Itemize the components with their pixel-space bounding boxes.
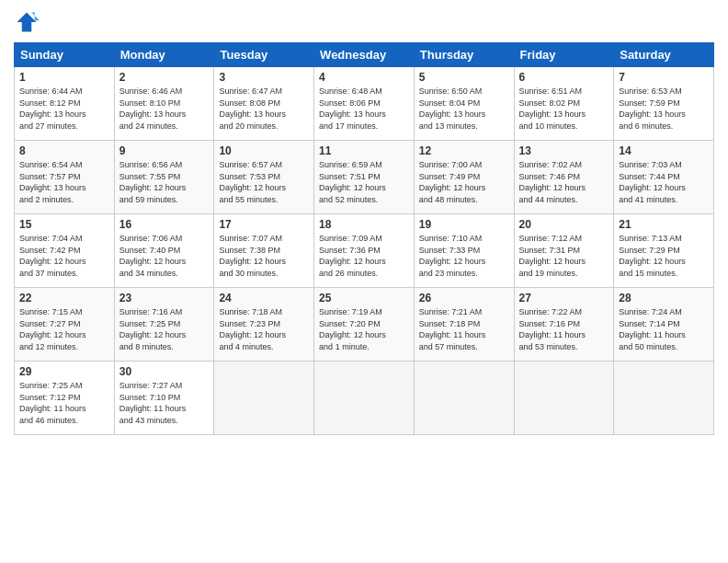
day-info: Sunrise: 7:22 AM Sunset: 7:16 PM Dayligh… bbox=[519, 306, 609, 352]
calendar-week-row: 15Sunrise: 7:04 AM Sunset: 7:42 PM Dayli… bbox=[15, 214, 714, 288]
calendar-cell: 11Sunrise: 6:59 AM Sunset: 7:51 PM Dayli… bbox=[314, 141, 415, 214]
calendar-cell bbox=[614, 362, 714, 435]
calendar-cell: 9Sunrise: 6:56 AM Sunset: 7:55 PM Daylig… bbox=[114, 141, 214, 214]
svg-marker-0 bbox=[17, 13, 37, 32]
day-info: Sunrise: 6:57 AM Sunset: 7:53 PM Dayligh… bbox=[219, 159, 309, 205]
calendar-cell: 26Sunrise: 7:21 AM Sunset: 7:18 PM Dayli… bbox=[414, 288, 514, 362]
calendar-cell: 30Sunrise: 7:27 AM Sunset: 7:10 PM Dayli… bbox=[114, 362, 214, 435]
calendar-cell: 10Sunrise: 6:57 AM Sunset: 7:53 PM Dayli… bbox=[214, 141, 314, 214]
calendar-cell: 15Sunrise: 7:04 AM Sunset: 7:42 PM Dayli… bbox=[15, 214, 115, 288]
weekday-header-row: Sunday Monday Tuesday Wednesday Thursday… bbox=[15, 43, 714, 67]
calendar-cell bbox=[214, 362, 314, 435]
day-number: 17 bbox=[219, 218, 309, 231]
day-number: 3 bbox=[219, 71, 309, 84]
day-info: Sunrise: 6:48 AM Sunset: 8:06 PM Dayligh… bbox=[319, 86, 409, 132]
calendar-cell bbox=[314, 362, 415, 435]
day-number: 18 bbox=[319, 218, 409, 231]
day-number: 7 bbox=[619, 71, 709, 84]
day-info: Sunrise: 7:18 AM Sunset: 7:23 PM Dayligh… bbox=[219, 306, 309, 352]
calendar-cell: 28Sunrise: 7:24 AM Sunset: 7:14 PM Dayli… bbox=[614, 288, 714, 362]
day-info: Sunrise: 7:04 AM Sunset: 7:42 PM Dayligh… bbox=[19, 233, 109, 279]
calendar-page: Sunday Monday Tuesday Wednesday Thursday… bbox=[0, 0, 728, 563]
day-info: Sunrise: 7:06 AM Sunset: 7:40 PM Dayligh… bbox=[119, 233, 210, 279]
calendar-cell: 27Sunrise: 7:22 AM Sunset: 7:16 PM Dayli… bbox=[514, 288, 614, 362]
day-number: 12 bbox=[419, 144, 509, 157]
day-number: 29 bbox=[19, 365, 109, 378]
header-wednesday: Wednesday bbox=[314, 43, 415, 67]
calendar-week-row: 1Sunrise: 6:44 AM Sunset: 8:12 PM Daylig… bbox=[15, 67, 714, 141]
logo-icon bbox=[14, 9, 40, 35]
day-number: 20 bbox=[519, 218, 609, 231]
calendar-cell: 13Sunrise: 7:02 AM Sunset: 7:46 PM Dayli… bbox=[514, 141, 614, 214]
day-info: Sunrise: 6:54 AM Sunset: 7:57 PM Dayligh… bbox=[19, 159, 109, 205]
calendar-cell: 21Sunrise: 7:13 AM Sunset: 7:29 PM Dayli… bbox=[614, 214, 714, 288]
calendar-cell: 3Sunrise: 6:47 AM Sunset: 8:08 PM Daylig… bbox=[214, 67, 314, 141]
calendar-cell: 20Sunrise: 7:12 AM Sunset: 7:31 PM Dayli… bbox=[514, 214, 614, 288]
day-number: 16 bbox=[119, 218, 210, 231]
calendar-cell bbox=[514, 362, 614, 435]
day-number: 2 bbox=[119, 71, 210, 84]
day-info: Sunrise: 7:00 AM Sunset: 7:49 PM Dayligh… bbox=[419, 159, 509, 205]
calendar-week-row: 29Sunrise: 7:25 AM Sunset: 7:12 PM Dayli… bbox=[15, 362, 714, 435]
day-number: 10 bbox=[219, 144, 309, 157]
calendar-cell: 6Sunrise: 6:51 AM Sunset: 8:02 PM Daylig… bbox=[514, 67, 614, 141]
day-info: Sunrise: 7:27 AM Sunset: 7:10 PM Dayligh… bbox=[119, 380, 210, 426]
calendar-week-row: 8Sunrise: 6:54 AM Sunset: 7:57 PM Daylig… bbox=[15, 141, 714, 214]
day-number: 5 bbox=[419, 71, 509, 84]
day-info: Sunrise: 7:13 AM Sunset: 7:29 PM Dayligh… bbox=[619, 233, 709, 279]
day-info: Sunrise: 6:47 AM Sunset: 8:08 PM Dayligh… bbox=[219, 86, 309, 132]
day-number: 8 bbox=[19, 144, 109, 157]
day-info: Sunrise: 6:53 AM Sunset: 7:59 PM Dayligh… bbox=[619, 86, 709, 132]
calendar-cell: 2Sunrise: 6:46 AM Sunset: 8:10 PM Daylig… bbox=[114, 67, 214, 141]
day-number: 19 bbox=[419, 218, 509, 231]
day-info: Sunrise: 7:24 AM Sunset: 7:14 PM Dayligh… bbox=[619, 306, 709, 352]
header-saturday: Saturday bbox=[614, 43, 714, 67]
day-info: Sunrise: 6:46 AM Sunset: 8:10 PM Dayligh… bbox=[119, 86, 210, 132]
day-info: Sunrise: 7:10 AM Sunset: 7:33 PM Dayligh… bbox=[419, 233, 509, 279]
day-info: Sunrise: 7:16 AM Sunset: 7:25 PM Dayligh… bbox=[119, 306, 210, 352]
day-number: 27 bbox=[519, 292, 609, 304]
calendar-cell: 16Sunrise: 7:06 AM Sunset: 7:40 PM Dayli… bbox=[114, 214, 214, 288]
day-number: 24 bbox=[219, 292, 309, 304]
calendar-cell: 25Sunrise: 7:19 AM Sunset: 7:20 PM Dayli… bbox=[314, 288, 415, 362]
logo bbox=[14, 9, 41, 35]
day-info: Sunrise: 6:56 AM Sunset: 7:55 PM Dayligh… bbox=[119, 159, 210, 205]
calendar-cell: 12Sunrise: 7:00 AM Sunset: 7:49 PM Dayli… bbox=[414, 141, 514, 214]
header-friday: Friday bbox=[514, 43, 614, 67]
calendar-cell: 4Sunrise: 6:48 AM Sunset: 8:06 PM Daylig… bbox=[314, 67, 415, 141]
day-number: 9 bbox=[119, 144, 210, 157]
day-number: 23 bbox=[119, 292, 210, 304]
calendar-cell: 5Sunrise: 6:50 AM Sunset: 8:04 PM Daylig… bbox=[414, 67, 514, 141]
day-number: 6 bbox=[519, 71, 609, 84]
day-info: Sunrise: 7:19 AM Sunset: 7:20 PM Dayligh… bbox=[319, 306, 409, 352]
calendar-week-row: 22Sunrise: 7:15 AM Sunset: 7:27 PM Dayli… bbox=[15, 288, 714, 362]
day-info: Sunrise: 6:59 AM Sunset: 7:51 PM Dayligh… bbox=[319, 159, 409, 205]
calendar-cell: 8Sunrise: 6:54 AM Sunset: 7:57 PM Daylig… bbox=[15, 141, 115, 214]
day-info: Sunrise: 7:02 AM Sunset: 7:46 PM Dayligh… bbox=[519, 159, 609, 205]
day-number: 25 bbox=[319, 292, 409, 304]
calendar-cell: 17Sunrise: 7:07 AM Sunset: 7:38 PM Dayli… bbox=[214, 214, 314, 288]
calendar-cell: 1Sunrise: 6:44 AM Sunset: 8:12 PM Daylig… bbox=[15, 67, 115, 141]
header-monday: Monday bbox=[114, 43, 214, 67]
day-number: 22 bbox=[19, 292, 109, 304]
calendar-cell: 14Sunrise: 7:03 AM Sunset: 7:44 PM Dayli… bbox=[614, 141, 714, 214]
day-number: 28 bbox=[619, 292, 709, 304]
day-info: Sunrise: 7:12 AM Sunset: 7:31 PM Dayligh… bbox=[519, 233, 609, 279]
day-number: 1 bbox=[19, 71, 109, 84]
header-tuesday: Tuesday bbox=[214, 43, 314, 67]
day-info: Sunrise: 6:51 AM Sunset: 8:02 PM Dayligh… bbox=[519, 86, 609, 132]
day-number: 13 bbox=[519, 144, 609, 157]
day-info: Sunrise: 7:09 AM Sunset: 7:36 PM Dayligh… bbox=[319, 233, 409, 279]
calendar-table: Sunday Monday Tuesday Wednesday Thursday… bbox=[14, 42, 714, 435]
calendar-cell: 19Sunrise: 7:10 AM Sunset: 7:33 PM Dayli… bbox=[414, 214, 514, 288]
day-info: Sunrise: 7:15 AM Sunset: 7:27 PM Dayligh… bbox=[19, 306, 109, 352]
day-number: 11 bbox=[319, 144, 409, 157]
day-info: Sunrise: 6:44 AM Sunset: 8:12 PM Dayligh… bbox=[19, 86, 109, 132]
calendar-cell: 18Sunrise: 7:09 AM Sunset: 7:36 PM Dayli… bbox=[314, 214, 415, 288]
header-thursday: Thursday bbox=[414, 43, 514, 67]
day-info: Sunrise: 7:07 AM Sunset: 7:38 PM Dayligh… bbox=[219, 233, 309, 279]
calendar-cell bbox=[414, 362, 514, 435]
calendar-cell: 23Sunrise: 7:16 AM Sunset: 7:25 PM Dayli… bbox=[114, 288, 214, 362]
day-info: Sunrise: 7:21 AM Sunset: 7:18 PM Dayligh… bbox=[419, 306, 509, 352]
day-number: 14 bbox=[619, 144, 709, 157]
